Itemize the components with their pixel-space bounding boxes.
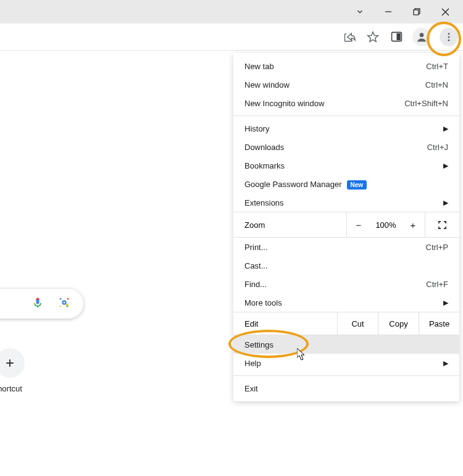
- svg-point-14: [66, 304, 69, 306]
- menu-label: Bookmarks: [244, 161, 443, 170]
- tab-search-caret[interactable]: [346, 0, 374, 23]
- menu-label: Print...: [244, 243, 426, 252]
- menu-label: Exit: [244, 384, 448, 393]
- lens-icon[interactable]: [57, 296, 71, 312]
- cut-button[interactable]: Cut: [337, 312, 378, 335]
- menu-label: Google Password ManagerNew: [244, 180, 448, 189]
- menu-password-manager[interactable]: Google Password ManagerNew: [233, 175, 459, 193]
- menu-label: Extensions: [244, 198, 443, 207]
- menu-label: More tools: [244, 298, 443, 307]
- window-titlebar: [0, 0, 463, 23]
- mic-icon[interactable]: [31, 295, 44, 312]
- menu-shortcut: Ctrl+F: [426, 280, 448, 289]
- zoom-label: Zoom: [233, 217, 346, 233]
- paste-button[interactable]: Paste: [419, 312, 459, 335]
- svg-point-8: [420, 33, 424, 37]
- menu-label: Find...: [244, 280, 426, 289]
- maximize-button[interactable]: [403, 0, 431, 23]
- svg-point-11: [448, 39, 450, 41]
- submenu-arrow-icon: ▶: [443, 125, 448, 133]
- submenu-arrow-icon: ▶: [443, 299, 448, 307]
- minimize-button[interactable]: [374, 0, 403, 23]
- cursor-pointer-icon: [297, 348, 307, 363]
- menu-label: New window: [244, 80, 425, 90]
- menu-downloads[interactable]: Downloads Ctrl+J: [233, 138, 459, 156]
- share-icon[interactable]: [342, 30, 357, 44]
- shortcut-label: hortcut: [0, 384, 22, 393]
- menu-label: Help: [244, 359, 443, 368]
- menu-find[interactable]: Find... Ctrl+F: [233, 275, 459, 293]
- menu-label: Cast...: [244, 261, 448, 270]
- menu-label: New Incognito window: [244, 99, 404, 108]
- menu-label: New tab: [244, 62, 426, 71]
- menu-print[interactable]: Print... Ctrl+P: [233, 238, 459, 256]
- submenu-arrow-icon: ▶: [443, 359, 448, 367]
- side-panel-icon[interactable]: [389, 30, 404, 44]
- add-shortcut[interactable]: + hortcut: [0, 348, 25, 393]
- menu-history[interactable]: History ▶: [233, 119, 459, 138]
- menu-edit-row: Edit Cut Copy Paste: [233, 312, 459, 335]
- menu-zoom-row: Zoom − 100% +: [233, 212, 459, 238]
- menu-exit[interactable]: Exit: [233, 379, 459, 398]
- bookmark-icon[interactable]: [365, 30, 380, 44]
- zoom-value: 100%: [370, 220, 401, 230]
- menu-shortcut: Ctrl+P: [426, 243, 448, 252]
- menu-extensions[interactable]: Extensions ▶: [233, 193, 459, 212]
- zoom-out-button[interactable]: −: [347, 212, 370, 237]
- submenu-arrow-icon: ▶: [443, 162, 448, 170]
- menu-shortcut: Ctrl+T: [426, 62, 448, 71]
- browser-toolbar: [0, 23, 463, 51]
- svg-point-9: [448, 33, 450, 35]
- search-pill[interactable]: [0, 289, 83, 319]
- plus-icon[interactable]: +: [0, 348, 25, 378]
- copy-button[interactable]: Copy: [378, 312, 419, 335]
- menu-new-window[interactable]: New window Ctrl+N: [233, 75, 459, 94]
- profile-icon[interactable]: [412, 28, 431, 46]
- menu-separator: [233, 115, 459, 116]
- zoom-in-button[interactable]: +: [401, 212, 425, 237]
- close-button[interactable]: [431, 0, 459, 23]
- submenu-arrow-icon: ▶: [443, 199, 448, 207]
- menu-incognito[interactable]: New Incognito window Ctrl+Shift+N: [233, 94, 459, 112]
- menu-separator: [233, 375, 459, 376]
- menu-shortcut: Ctrl+Shift+N: [404, 99, 448, 108]
- menu-more-tools[interactable]: More tools ▶: [233, 293, 459, 312]
- chrome-main-menu: New tab Ctrl+T New window Ctrl+N New Inc…: [233, 53, 459, 401]
- svg-point-10: [448, 36, 450, 38]
- menu-shortcut: Ctrl+N: [425, 80, 448, 90]
- menu-shortcut: Ctrl+J: [427, 143, 448, 152]
- edit-label: Edit: [233, 315, 337, 332]
- svg-rect-7: [396, 33, 400, 40]
- svg-rect-2: [414, 10, 419, 15]
- menu-bookmarks[interactable]: Bookmarks ▶: [233, 156, 459, 175]
- fullscreen-button[interactable]: [425, 212, 459, 237]
- menu-new-tab[interactable]: New tab Ctrl+T: [233, 57, 459, 75]
- menu-settings[interactable]: Settings: [233, 335, 459, 354]
- svg-marker-5: [368, 31, 378, 41]
- menu-help[interactable]: Help ▶: [233, 354, 459, 372]
- svg-point-13: [64, 302, 65, 304]
- kebab-menu-icon[interactable]: [440, 28, 458, 46]
- menu-label: Downloads: [244, 143, 427, 152]
- menu-cast[interactable]: Cast...: [233, 256, 459, 275]
- menu-label: History: [244, 124, 443, 133]
- menu-label: Settings: [244, 340, 448, 349]
- new-badge: New: [347, 180, 367, 190]
